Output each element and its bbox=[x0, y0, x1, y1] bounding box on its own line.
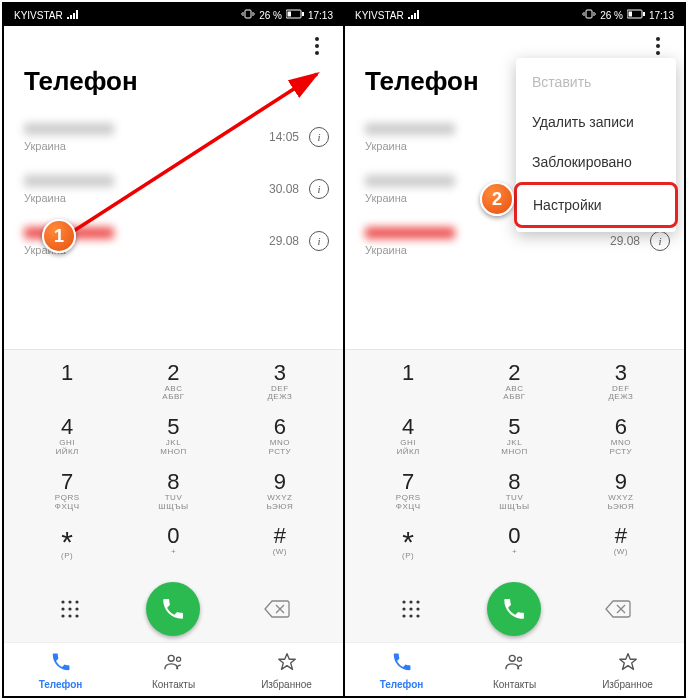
svg-point-14 bbox=[176, 657, 180, 661]
svg-point-7 bbox=[62, 607, 65, 610]
backspace-icon[interactable] bbox=[261, 593, 293, 625]
backspace-icon[interactable] bbox=[602, 593, 634, 625]
dial-key-5[interactable]: 5JKLМНОП bbox=[461, 408, 567, 463]
dial-key-8[interactable]: 8TUVШЩЪЫ bbox=[461, 463, 567, 518]
vibrate-icon bbox=[582, 9, 596, 21]
status-bar: KYIVSTAR 26 % 17:13 bbox=[345, 4, 684, 26]
svg-point-26 bbox=[403, 614, 406, 617]
keypad-toggle-icon[interactable] bbox=[54, 593, 86, 625]
svg-point-22 bbox=[417, 600, 420, 603]
dial-key-#[interactable]: #(W) bbox=[227, 517, 333, 576]
dial-key-3[interactable]: 3DEFДЕЖЗ bbox=[227, 354, 333, 409]
tab-contacts[interactable]: Контакты bbox=[117, 643, 230, 696]
dial-key-8[interactable]: 8TUVШЩЪЫ bbox=[120, 463, 226, 518]
phone-screen-1: KYIVSTAR 26 % 17:13 Телефон bbox=[4, 4, 343, 696]
dial-key-4[interactable]: 4GHIИЙКЛ bbox=[355, 408, 461, 463]
carrier-text: KYIVSTAR bbox=[14, 10, 63, 21]
tab-favorites[interactable]: Избранное bbox=[230, 643, 343, 696]
dial-key-7[interactable]: 7PQRSФХЦЧ bbox=[14, 463, 120, 518]
dial-key-4[interactable]: 4GHIИЙКЛ bbox=[14, 408, 120, 463]
svg-point-11 bbox=[69, 614, 72, 617]
svg-point-12 bbox=[76, 614, 79, 617]
svg-point-21 bbox=[410, 600, 413, 603]
call-log-item[interactable]: Украина 14:05 i bbox=[4, 111, 343, 163]
vibrate-icon bbox=[241, 9, 255, 21]
dial-key-9[interactable]: 9WXYZЬЭЮЯ bbox=[227, 463, 333, 518]
svg-point-10 bbox=[62, 614, 65, 617]
dial-key-2[interactable]: 2ABCАБВГ bbox=[120, 354, 226, 409]
call-time: 29.08 bbox=[610, 234, 640, 248]
step-marker-2: 2 bbox=[480, 182, 514, 216]
time-text: 17:13 bbox=[308, 10, 333, 21]
dial-key-1[interactable]: 1 bbox=[355, 354, 461, 409]
svg-point-23 bbox=[403, 607, 406, 610]
keypad-toggle-icon[interactable] bbox=[395, 593, 427, 625]
battery-icon bbox=[627, 9, 645, 21]
call-time: 30.08 bbox=[269, 182, 299, 196]
dial-key-6[interactable]: 6MNOРСТУ bbox=[568, 408, 674, 463]
dial-key-#[interactable]: #(W) bbox=[568, 517, 674, 576]
call-log-item[interactable]: Украина 30.08 i bbox=[4, 163, 343, 215]
info-icon[interactable]: i bbox=[309, 231, 329, 251]
tab-contacts[interactable]: Контакты bbox=[458, 643, 571, 696]
menu-settings[interactable]: Настройки bbox=[514, 182, 678, 228]
svg-point-30 bbox=[517, 657, 521, 661]
dial-key-7[interactable]: 7PQRSФХЦЧ bbox=[355, 463, 461, 518]
phone-screen-2: KYIVSTAR 26 % 17:13 Телефон bbox=[345, 4, 684, 696]
dial-key-*[interactable]: *(P) bbox=[14, 517, 120, 576]
svg-rect-0 bbox=[245, 10, 251, 18]
svg-point-27 bbox=[410, 614, 413, 617]
dial-key-9[interactable]: 9WXYZЬЭЮЯ bbox=[568, 463, 674, 518]
overflow-menu: Вставить Удалить записи Заблокировано На… bbox=[516, 58, 676, 232]
status-bar: KYIVSTAR 26 % 17:13 bbox=[4, 4, 343, 26]
dial-key-2[interactable]: 2ABCАБВГ bbox=[461, 354, 567, 409]
bottom-nav: Телефон Контакты Избранное bbox=[4, 642, 343, 696]
dial-pad: 1 2ABCАБВГ3DEFДЕЖЗ4GHIИЙКЛ5JKLМНОП6MNOРС… bbox=[4, 349, 343, 642]
dial-key-6[interactable]: 6MNOРСТУ bbox=[227, 408, 333, 463]
svg-point-8 bbox=[69, 607, 72, 610]
dial-key-3[interactable]: 3DEFДЕЖЗ bbox=[568, 354, 674, 409]
menu-paste[interactable]: Вставить bbox=[516, 62, 676, 102]
svg-rect-2 bbox=[287, 12, 291, 17]
call-time: 14:05 bbox=[269, 130, 299, 144]
svg-point-29 bbox=[509, 655, 515, 661]
dial-pad: 1 2ABCАБВГ3DEFДЕЖЗ4GHIИЙКЛ5JKLМНОП6MNOРС… bbox=[345, 349, 684, 642]
dial-key-1[interactable]: 1 bbox=[14, 354, 120, 409]
tab-phone[interactable]: Телефон bbox=[4, 643, 117, 696]
svg-rect-18 bbox=[628, 12, 632, 17]
page-title: Телефон bbox=[4, 62, 343, 111]
svg-point-20 bbox=[403, 600, 406, 603]
svg-rect-19 bbox=[643, 12, 645, 16]
battery-text: 26 % bbox=[259, 10, 282, 21]
svg-point-25 bbox=[417, 607, 420, 610]
svg-point-9 bbox=[76, 607, 79, 610]
svg-point-5 bbox=[69, 600, 72, 603]
info-icon[interactable]: i bbox=[309, 179, 329, 199]
tab-favorites[interactable]: Избранное bbox=[571, 643, 684, 696]
dial-key-*[interactable]: *(P) bbox=[355, 517, 461, 576]
time-text: 17:13 bbox=[649, 10, 674, 21]
svg-point-13 bbox=[168, 655, 174, 661]
svg-rect-16 bbox=[586, 10, 592, 18]
more-menu-button[interactable] bbox=[305, 34, 329, 58]
info-icon[interactable]: i bbox=[309, 127, 329, 147]
svg-point-6 bbox=[76, 600, 79, 603]
call-button[interactable] bbox=[146, 582, 200, 636]
dial-key-0[interactable]: 0+ bbox=[120, 517, 226, 576]
tab-phone[interactable]: Телефон bbox=[345, 643, 458, 696]
more-menu-button[interactable] bbox=[646, 34, 670, 58]
step-marker-1: 1 bbox=[42, 219, 76, 253]
carrier-text: KYIVSTAR bbox=[355, 10, 404, 21]
battery-text: 26 % bbox=[600, 10, 623, 21]
info-icon[interactable]: i bbox=[650, 231, 670, 251]
call-button[interactable] bbox=[487, 582, 541, 636]
signal-icon bbox=[408, 9, 420, 21]
svg-point-28 bbox=[417, 614, 420, 617]
battery-icon bbox=[286, 9, 304, 21]
dial-key-5[interactable]: 5JKLМНОП bbox=[120, 408, 226, 463]
dial-key-0[interactable]: 0+ bbox=[461, 517, 567, 576]
menu-delete-entries[interactable]: Удалить записи bbox=[516, 102, 676, 142]
svg-point-4 bbox=[62, 600, 65, 603]
menu-blocked[interactable]: Заблокировано bbox=[516, 142, 676, 182]
signal-icon bbox=[67, 9, 79, 21]
